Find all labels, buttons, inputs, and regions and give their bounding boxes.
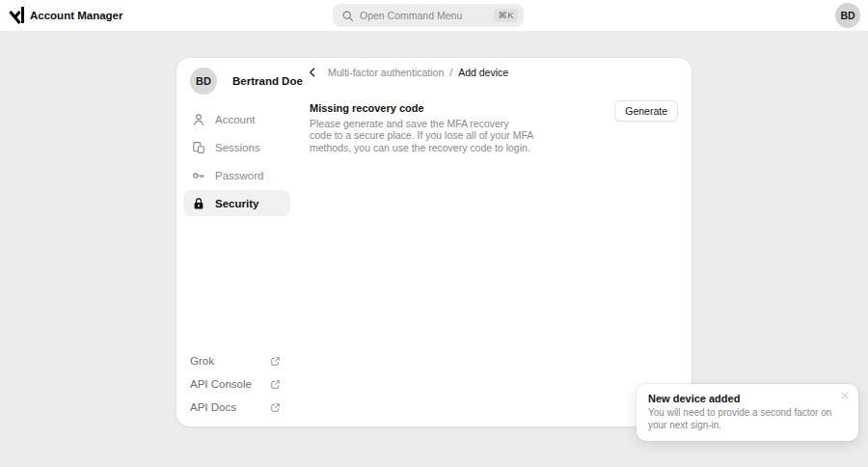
sidebar-user: BD Bertrand Doe bbox=[190, 68, 303, 95]
section-description: Please generate and save the MFA recover… bbox=[310, 118, 533, 153]
sidebar-user-name: Bertrand Doe bbox=[232, 75, 303, 87]
sidebar-link-label: Grok bbox=[190, 355, 214, 367]
sidebar-item-security[interactable]: Security bbox=[183, 190, 290, 216]
sidebar-link-label: API Console bbox=[190, 378, 252, 390]
person-icon bbox=[192, 113, 205, 126]
sidebar-item-password[interactable]: Password bbox=[183, 162, 290, 188]
breadcrumb-separator: / bbox=[449, 67, 452, 78]
sidebar-avatar: BD bbox=[190, 68, 217, 95]
search-icon bbox=[341, 10, 354, 22]
toast-title: New device added bbox=[648, 393, 847, 404]
lock-icon bbox=[192, 197, 205, 210]
breadcrumb: Multi-factor authentication / Add device bbox=[307, 66, 508, 79]
sidebar-item-label: Password bbox=[215, 170, 264, 181]
sidebar-link-api-docs[interactable]: API Docs bbox=[190, 396, 281, 419]
sidebar-item-sessions[interactable]: Sessions bbox=[183, 134, 290, 160]
sidebar-nav: Account Sessions Password bbox=[183, 106, 290, 218]
search-placeholder: Open Command Menu bbox=[360, 10, 494, 21]
sidebar-item-label: Security bbox=[215, 198, 258, 209]
sidebar-item-label: Account bbox=[215, 114, 256, 125]
toast-notification: New device added You will need to provid… bbox=[637, 384, 858, 441]
app-title: Account Manager bbox=[30, 0, 123, 31]
external-link-icon bbox=[270, 356, 281, 367]
key-icon bbox=[192, 169, 205, 182]
devices-icon bbox=[192, 141, 205, 154]
breadcrumb-parent[interactable]: Multi-factor authentication bbox=[328, 67, 444, 78]
sidebar-link-api-console[interactable]: API Console bbox=[190, 372, 281, 396]
sidebar-link-label: API Docs bbox=[190, 401, 236, 413]
sidebar-link-grok[interactable]: Grok bbox=[190, 349, 281, 372]
generate-button[interactable]: Generate bbox=[614, 100, 678, 122]
toast-message: You will need to provide a second factor… bbox=[648, 407, 847, 431]
sidebar-item-label: Sessions bbox=[215, 142, 260, 153]
account-manager-card: BD Bertrand Doe Account Sessions bbox=[176, 58, 692, 426]
user-avatar[interactable]: BD bbox=[835, 3, 860, 28]
close-icon[interactable] bbox=[839, 390, 851, 401]
sidebar-links: Grok API Console API Docs bbox=[190, 349, 281, 419]
keyboard-shortcut-badge: ⌘K bbox=[494, 9, 518, 22]
section-title: Missing recovery code bbox=[310, 102, 424, 114]
xai-logo bbox=[8, 6, 27, 24]
external-link-icon bbox=[270, 402, 281, 413]
chevron-left-icon[interactable] bbox=[307, 67, 318, 78]
breadcrumb-current: Add device bbox=[458, 67, 508, 78]
sidebar-item-account[interactable]: Account bbox=[183, 106, 290, 132]
command-menu-search[interactable]: Open Command Menu ⌘K bbox=[333, 4, 524, 27]
external-link-icon bbox=[270, 379, 281, 390]
topbar: Account Manager Open Command Menu ⌘K BD bbox=[0, 0, 868, 31]
